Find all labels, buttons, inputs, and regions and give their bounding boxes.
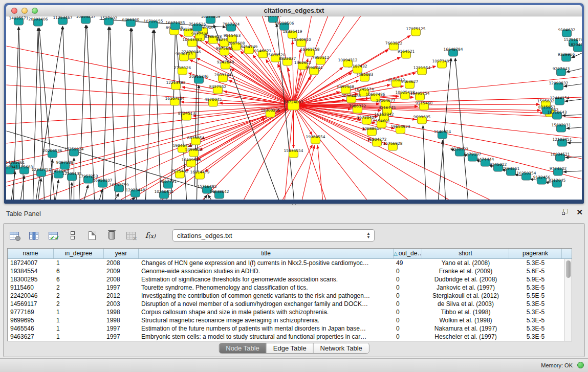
cell-in_degree[interactable]: 2 — [54, 292, 104, 300]
cell-short[interactable]: Franke et al. (2009) — [422, 267, 509, 275]
cell-title[interactable]: Investigating the contribution of common… — [139, 292, 394, 300]
cell-year[interactable]: 2003 — [104, 300, 139, 308]
table-row[interactable]: 1872400712008Changes of HCN gene express… — [8, 259, 564, 267]
graph-node[interactable]: 11438642 — [209, 189, 229, 199]
network-canvas[interactable]: 8960128891295418226058982750810543382818… — [6, 16, 582, 200]
graph-node[interactable]: 12093832 — [549, 81, 568, 90]
column-header-year[interactable]: year — [104, 249, 139, 258]
graph-node[interactable]: 15640910 — [291, 37, 311, 47]
cell-year[interactable]: 1997 — [104, 283, 139, 292]
black-edge[interactable] — [204, 195, 207, 200]
graph-node[interactable]: 10719155 — [143, 19, 163, 28]
cell-out_de[interactable]: 0 — [394, 324, 422, 333]
graph-node[interactable]: 20206536 — [42, 148, 62, 158]
column-header-title[interactable]: title — [139, 249, 394, 258]
graph-node[interactable]: 20364486 — [341, 94, 361, 103]
cell-short[interactable]: Nakamura et al. (1997) — [422, 324, 509, 333]
unselect-columns-button[interactable] — [66, 229, 79, 242]
cell-out_de[interactable]: 49 — [394, 259, 422, 267]
graph-node[interactable]: 1221554 — [413, 65, 431, 75]
cell-out_de[interactable]: 0 — [394, 267, 422, 275]
tab-edge-table[interactable]: Edge Table — [267, 343, 314, 353]
red-edge[interactable] — [294, 105, 544, 113]
cell-pagerank[interactable]: 5.3E-5 — [509, 316, 562, 324]
graph-node[interactable]: 2718126 — [174, 65, 191, 75]
black-edge[interactable] — [87, 25, 95, 200]
black-edge[interactable] — [208, 195, 211, 200]
graph-node[interactable]: 9242848 — [217, 60, 234, 69]
graph-node[interactable]: 11253467 — [53, 16, 72, 25]
float-panel-icon[interactable] — [562, 209, 569, 216]
cell-name[interactable]: 14569117 — [8, 300, 54, 308]
cell-short[interactable]: Yano et al. (2008) — [422, 259, 509, 267]
cell-pagerank[interactable]: 5.3E-5 — [509, 283, 562, 292]
graph-node[interactable]: 15692931 — [551, 123, 571, 132]
graph-node[interactable]: 10543382 — [182, 37, 202, 47]
graph-node[interactable]: 9857791 — [160, 179, 177, 188]
cell-short[interactable]: Tibbo et al. (1998) — [422, 308, 509, 316]
window-titlebar[interactable]: citations_edges.txt — [6, 5, 582, 16]
black-edge[interactable] — [567, 127, 582, 128]
black-edge[interactable] — [455, 58, 468, 200]
table-row[interactable]: 2242004622012Investigating the contribut… — [8, 292, 564, 300]
black-edge[interactable] — [562, 115, 582, 116]
cell-year[interactable]: 1997 — [104, 324, 139, 333]
cell-in_degree[interactable]: 1 — [54, 333, 104, 341]
delete-table-button[interactable]: ✕ — [124, 229, 138, 242]
cell-name[interactable]: 9115460 — [8, 283, 54, 292]
graph-node[interactable]: 7955112 — [312, 55, 330, 64]
function-builder-button[interactable]: f(x) — [144, 229, 157, 242]
column-header-pagerank[interactable]: pagerank — [509, 249, 562, 258]
cell-year[interactable]: 2008 — [104, 275, 139, 283]
cell-out_de[interactable]: 0 — [394, 300, 422, 308]
graph-node[interactable]: 14035571 — [9, 16, 28, 25]
black-edge[interactable] — [103, 27, 109, 200]
black-edge[interactable] — [125, 28, 131, 200]
black-edge[interactable] — [132, 28, 137, 200]
graph-node[interactable]: 19654923 — [390, 124, 410, 134]
cell-title[interactable]: Embryonic stem cells: a model to study s… — [139, 333, 394, 341]
graph-node[interactable]: 16648784 — [443, 47, 463, 56]
column-header-out_de[interactable]: △out_de… — [394, 249, 422, 258]
cell-name[interactable]: 9463627 — [8, 333, 54, 341]
black-edge[interactable] — [110, 27, 116, 200]
cell-in_degree[interactable]: 1 — [54, 316, 104, 324]
graph-node[interactable]: 17975125 — [406, 27, 425, 36]
close-panel-icon[interactable]: ✕ — [576, 209, 583, 216]
cell-year[interactable]: 1998 — [104, 308, 139, 316]
scrollbar-thumb[interactable] — [566, 260, 571, 278]
black-edge[interactable] — [14, 27, 19, 200]
cell-name[interactable]: 18724007 — [8, 259, 54, 267]
cell-in_degree[interactable]: 1 — [54, 324, 104, 333]
cell-title[interactable]: Corpus callosum shape and size in male p… — [139, 308, 394, 316]
cell-pagerank[interactable]: 5.3E-5 — [509, 308, 562, 316]
cell-pagerank[interactable]: 5.3E-5 — [509, 300, 562, 308]
cell-in_degree[interactable]: 6 — [54, 275, 104, 283]
graph-node[interactable]: 1527902 — [100, 16, 118, 25]
cell-name[interactable]: 9777169 — [8, 308, 54, 316]
show-columns-button[interactable] — [27, 229, 40, 242]
cell-out_de[interactable]: 0 — [394, 316, 422, 324]
table-row[interactable]: 946362711997Embryonic stem cells: a mode… — [8, 333, 564, 341]
cell-title[interactable]: Estimation of significance thresholds fo… — [139, 275, 394, 283]
graph-node[interactable]: 10653257 — [76, 16, 95, 24]
red-edge[interactable] — [302, 145, 315, 200]
table-row[interactable]: 1456911722003Disruption of a novel membe… — [8, 300, 564, 308]
graph-node[interactable]: 18204531 — [568, 42, 582, 52]
cell-year[interactable]: 2008 — [104, 259, 139, 267]
cell-name[interactable]: 9465546 — [8, 324, 54, 333]
graph-node[interactable]: 15495754 — [410, 91, 429, 100]
cell-name[interactable]: 18300295 — [8, 275, 54, 283]
cell-year[interactable]: 2009 — [104, 267, 139, 275]
black-edge[interactable] — [563, 171, 582, 172]
graph-node[interactable]: 16107554 — [165, 96, 184, 105]
cell-short[interactable]: Stergiakouli et al. (2012) — [422, 292, 509, 300]
table-row[interactable]: 1938455462009Genome-wide association stu… — [8, 267, 564, 275]
cell-pagerank[interactable]: 5.3E-5 — [509, 324, 562, 333]
column-header-name[interactable]: name — [8, 249, 54, 258]
cell-in_degree[interactable]: 6 — [54, 267, 104, 275]
graph-node[interactable]: 8427552 — [209, 84, 227, 94]
cell-short[interactable]: de Silva et al. (2003) — [422, 300, 509, 308]
cell-short[interactable]: Wolkin et al. (1998) — [422, 316, 509, 324]
cell-pagerank[interactable]: 5.3E-5 — [509, 333, 562, 341]
